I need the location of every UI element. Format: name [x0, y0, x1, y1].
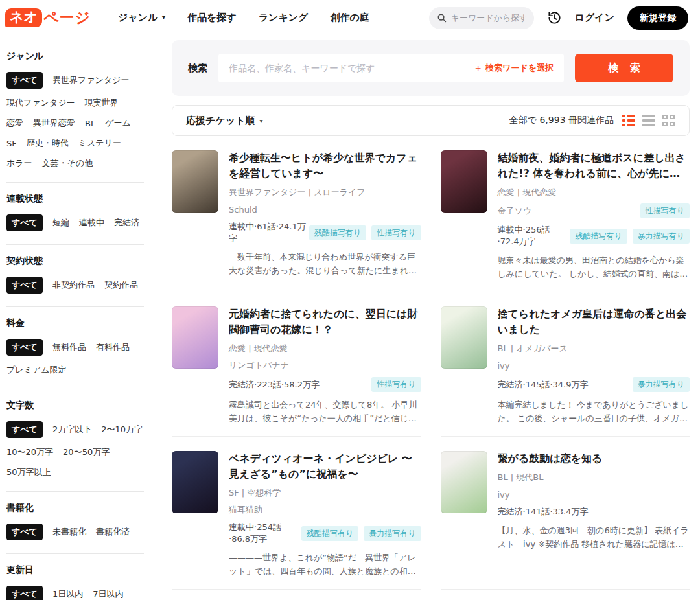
nav-item[interactable]: ジャンル ▾: [118, 12, 165, 24]
work-title[interactable]: 捨てられたオメガ皇后は運命の番と出会いました: [498, 306, 690, 338]
filter-option[interactable]: 2〜10万字: [101, 424, 143, 435]
filter-option[interactable]: 異世界ファンタジー: [52, 75, 130, 86]
work-genre: BL | オメガバース: [498, 343, 690, 354]
filter-option[interactable]: すべて: [6, 277, 43, 294]
filter-option[interactable]: ゲーム: [105, 117, 131, 129]
cover-thumbnail[interactable]: [172, 451, 218, 513]
filter-option[interactable]: 異世界恋愛: [33, 117, 75, 129]
filter-option[interactable]: プレミアム限定: [6, 364, 67, 376]
history-icon[interactable]: [547, 10, 562, 25]
filter-option[interactable]: 書籍化済: [96, 526, 130, 538]
work-genre: BL | 現代BL: [498, 472, 690, 483]
work-card[interactable]: ベネディツィオーネ・インビジビレ 〜見えざる”もの”に祝福を〜 SF | 空想科…: [172, 437, 421, 590]
filter-option[interactable]: すべて: [6, 421, 43, 438]
main-content: 検索 ＋ 検索ワードを選択 検 索 応援チケット順 ▾ 全部で 6,993 冊関…: [162, 36, 700, 600]
cover-thumbnail[interactable]: [172, 306, 218, 369]
work-title[interactable]: 繋がる鼓動は恋を知る: [498, 451, 690, 467]
cover-thumbnail[interactable]: [441, 306, 487, 369]
filter-options: すべて非契約作品契約作品: [6, 277, 144, 294]
work-description: ————世界よ、これが”物語”だ 異世界「アレット」では、四百年もの間、人族と魔…: [229, 551, 421, 578]
search-box[interactable]: ＋ 検索ワードを選択: [218, 54, 564, 82]
signup-button[interactable]: 新規登録: [627, 6, 688, 30]
work-title[interactable]: 希少種転生〜ヒトが希少な世界でカフェを経営しています〜: [229, 150, 421, 181]
site-logo[interactable]: ネオ ページ: [5, 8, 91, 28]
filter-option[interactable]: 無料作品: [52, 341, 86, 353]
filter-sidebar: ジャンル すべて異世界ファンタジー現代ファンタジー現実世界恋愛異世界恋愛BLゲー…: [0, 36, 162, 600]
work-stats: 完結済·141話·33.4万字: [498, 506, 690, 518]
work-description: 堀奈々未は最愛の男、田沼南との結婚を心から楽しみにしていた。 しかし、結婚式の直…: [498, 253, 690, 281]
filter-option[interactable]: 短編: [52, 217, 69, 229]
work-card[interactable]: 繋がる鼓動は恋を知る BL | 現代BL ivy 完結済·141話·33.4万字…: [441, 437, 690, 590]
filter-title: ジャンル: [6, 51, 144, 62]
filter-option[interactable]: ホラー: [6, 157, 32, 169]
toolbar-right: 全部で 6,993 冊関連作品: [509, 115, 675, 126]
work-card[interactable]: 希少種転生〜ヒトが希少な世界でカフェを経営しています〜 異世界ファンタジー | …: [172, 136, 421, 292]
nav-item[interactable]: 創作の庭: [330, 12, 369, 24]
cover-thumbnail[interactable]: [441, 150, 487, 213]
work-card[interactable]: 悪役令嬢に転生した僕は断罪回避を目指します！ BL | ファンタジーBL ivy…: [172, 590, 421, 600]
keyword-select-label: 検索ワードを選択: [485, 62, 554, 74]
header-search-input[interactable]: [451, 13, 526, 23]
filter-option[interactable]: 2万字以下: [52, 424, 91, 435]
filter-option[interactable]: すべて: [6, 586, 43, 600]
search-submit-button[interactable]: 検 索: [575, 54, 673, 82]
filter-option[interactable]: 歴史・時代: [27, 137, 69, 149]
filter-option[interactable]: BL: [85, 119, 95, 128]
filter-option[interactable]: 非契約作品: [52, 279, 95, 291]
nav-item[interactable]: ランキング: [259, 12, 309, 24]
cover-thumbnail[interactable]: [172, 150, 218, 213]
filter-option[interactable]: SF: [6, 139, 17, 148]
plus-icon: ＋: [473, 62, 483, 75]
login-button[interactable]: ログイン: [575, 12, 614, 24]
filter-title: 連載状態: [6, 193, 144, 205]
keyword-select-button[interactable]: ＋ 検索ワードを選択: [473, 62, 554, 75]
filter-title: 更新日: [6, 564, 144, 576]
results-toolbar: 応援チケット順 ▾ 全部で 6,993 冊関連作品: [172, 105, 690, 136]
work-title[interactable]: 結婚前夜、婚約者に極道ボスに差し出された!? 体を奪われる前に、心が先に奪われた…: [498, 150, 690, 181]
filter-option[interactable]: 未書籍化: [52, 526, 86, 538]
work-card[interactable]: 麗子様は好き勝手に生きてやる 異世界恋愛 | 悪役令嬢 古芭白あきら 連載中·1…: [441, 590, 690, 600]
filter-option[interactable]: 契約作品: [104, 279, 138, 291]
filter-option[interactable]: ミステリー: [78, 137, 121, 149]
filter-options: すべて無料作品有料作品プレミアム限定: [6, 339, 144, 376]
work-genre: 恋愛 | 現代恋愛: [498, 187, 690, 198]
filter-option[interactable]: 10〜20万字: [6, 446, 53, 458]
filter-option[interactable]: 恋愛: [6, 117, 23, 129]
filter-option[interactable]: 文芸・その他: [42, 157, 93, 169]
filter-option[interactable]: 現実世界: [85, 97, 119, 109]
work-description: 本編完結しました！ 今までありがとうございました。 この後、シャールの三番目の子…: [498, 398, 690, 425]
filter-title: 文字数: [6, 400, 144, 411]
filter-option[interactable]: 有料作品: [96, 341, 130, 353]
work-author: 猫耳猫助: [229, 504, 421, 516]
cover-thumbnail[interactable]: [441, 451, 487, 513]
filter-option[interactable]: すべて: [6, 72, 43, 89]
list-view-icon[interactable]: [642, 115, 655, 126]
filter-section: 連載状態 すべて短編連載中完結済: [6, 183, 144, 245]
filter-option[interactable]: すべて: [6, 339, 43, 356]
work-search-input[interactable]: [229, 63, 467, 73]
filter-option[interactable]: 完結済: [114, 217, 139, 229]
list-detail-view-icon[interactable]: [622, 115, 635, 126]
nav-item[interactable]: 作品を探す: [187, 12, 237, 24]
work-card[interactable]: 捨てられたオメガ皇后は運命の番と出会いました BL | オメガバース ivy 完…: [441, 292, 690, 437]
filter-section: 書籍化 すべて未書籍化書籍化済: [6, 492, 144, 554]
filter-option[interactable]: 連載中: [79, 217, 104, 229]
work-card[interactable]: 結婚前夜、婚約者に極道ボスに差し出された!? 体を奪われる前に、心が先に奪われた…: [441, 136, 690, 292]
filter-option[interactable]: 50万字以上: [6, 467, 51, 478]
filter-option[interactable]: すべて: [6, 214, 43, 231]
work-title[interactable]: ベネディツィオーネ・インビジビレ 〜見えざる”もの”に祝福を〜: [229, 451, 421, 482]
filter-option[interactable]: 7日以内: [93, 588, 123, 600]
filter-option[interactable]: 20〜50万字: [63, 446, 110, 458]
sort-dropdown[interactable]: 応援チケット順 ▾: [186, 115, 262, 127]
filter-option[interactable]: 現代ファンタジー: [6, 97, 75, 109]
filter-option[interactable]: すべて: [6, 524, 43, 540]
grid-view-icon[interactable]: [662, 115, 675, 126]
filter-option[interactable]: 1日以内: [52, 588, 83, 600]
filter-options: すべて短編連載中完結済: [6, 214, 144, 231]
work-title[interactable]: 元婚約者に捨てられたのに、翌日には財閥御曹司の花嫁に！？: [229, 306, 421, 338]
work-card[interactable]: 元婚約者に捨てられたのに、翌日には財閥御曹司の花嫁に！？ 恋愛 | 現代恋愛 リ…: [172, 292, 421, 437]
main-nav: ジャンル ▾作品を探すランキング創作の庭: [118, 12, 369, 24]
work-stats: 連載中·254話·86.8万字: [229, 522, 301, 545]
filter-options: すべて1日以内7日以内30日以内半年以内1年以内: [6, 586, 144, 600]
header-search[interactable]: [429, 7, 534, 29]
